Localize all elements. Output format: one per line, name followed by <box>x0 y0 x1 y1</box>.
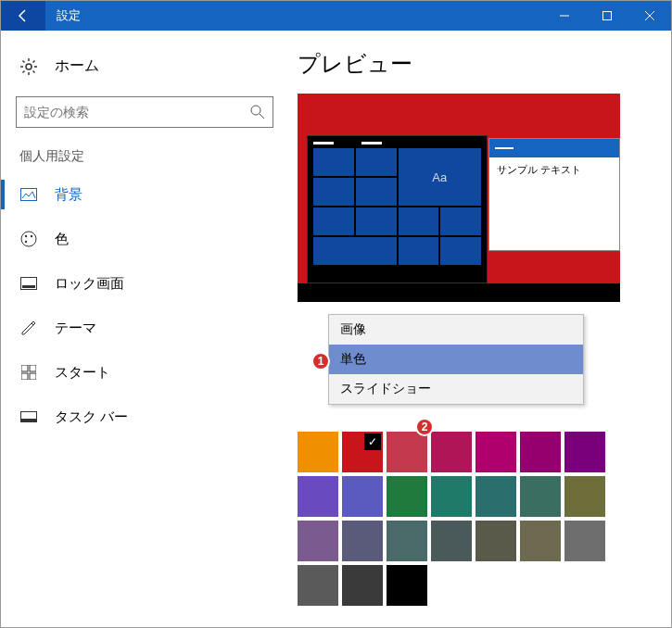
maximize-button[interactable] <box>586 1 628 31</box>
color-swatch[interactable] <box>431 432 472 472</box>
color-swatch[interactable] <box>298 476 338 517</box>
color-swatch[interactable]: ✓ <box>342 432 383 472</box>
svg-rect-14 <box>21 373 28 380</box>
dropdown-option[interactable]: 単色 <box>329 345 583 374</box>
close-icon <box>645 11 654 20</box>
nav-label: ロック画面 <box>55 275 124 293</box>
color-swatch[interactable] <box>387 432 427 472</box>
nav-item-start[interactable]: スタート <box>1 350 288 395</box>
preview-start-menu: Aa <box>307 135 488 283</box>
color-swatch[interactable] <box>298 565 338 606</box>
color-swatch[interactable] <box>431 521 472 561</box>
svg-rect-11 <box>22 285 35 288</box>
color-swatch[interactable] <box>298 432 338 472</box>
svg-rect-1 <box>603 12 612 20</box>
color-swatch[interactable] <box>431 476 472 517</box>
section-label: 個人用設定 <box>1 148 288 172</box>
dropdown-option[interactable]: 画像 <box>329 315 583 345</box>
start-icon <box>19 363 38 382</box>
nav-item-lockscreen[interactable]: ロック画面 <box>1 261 288 306</box>
close-button[interactable] <box>628 1 671 31</box>
sidebar: ホーム 個人用設定 背景 色 ロック画面 テーマ スタート タスク <box>1 31 288 627</box>
color-swatch[interactable] <box>387 476 427 517</box>
nav-item-colors[interactable]: 色 <box>1 217 288 261</box>
background-type-dropdown[interactable]: 画像単色スライドショー <box>328 314 584 405</box>
svg-rect-12 <box>21 365 28 371</box>
nav-item-background[interactable]: 背景 <box>1 172 288 217</box>
page-heading: プレビュー <box>298 49 656 79</box>
svg-rect-17 <box>21 419 36 421</box>
search-icon <box>250 105 265 119</box>
nav-item-taskbar[interactable]: タスク バー <box>1 395 288 439</box>
back-button[interactable] <box>1 1 45 31</box>
minimize-icon <box>560 11 569 20</box>
color-swatch[interactable] <box>342 476 383 517</box>
svg-rect-13 <box>30 365 36 371</box>
maximize-icon <box>602 11 612 20</box>
nav-label: スタート <box>55 364 110 382</box>
picture-icon <box>19 185 38 204</box>
sample-text: サンプル テキスト <box>489 157 619 182</box>
color-swatch-grid: ✓ <box>298 432 656 606</box>
color-swatch[interactable] <box>387 565 427 606</box>
taskbar-icon <box>19 408 38 426</box>
color-swatch[interactable] <box>520 432 561 472</box>
color-swatch[interactable] <box>475 521 516 561</box>
desktop-preview: Aa サンプル テキスト <box>298 94 620 302</box>
color-swatch[interactable] <box>298 521 338 561</box>
nav-label: テーマ <box>55 320 96 337</box>
preview-sample-window: サンプル テキスト <box>488 138 620 251</box>
color-swatch[interactable] <box>387 521 427 561</box>
palette-icon <box>19 230 38 248</box>
color-swatch[interactable] <box>564 521 605 561</box>
svg-point-6 <box>21 232 36 246</box>
titlebar: 設定 <box>1 1 671 31</box>
theme-icon <box>19 319 38 337</box>
preview-tile-aa: Aa <box>399 148 482 206</box>
color-swatch[interactable] <box>475 476 516 517</box>
window-title: 設定 <box>45 7 543 24</box>
color-swatch[interactable] <box>564 432 605 472</box>
home-label: ホーム <box>55 57 99 76</box>
svg-point-9 <box>25 241 27 243</box>
svg-line-4 <box>260 114 264 119</box>
color-swatch[interactable] <box>520 521 561 561</box>
home-button[interactable]: ホーム <box>1 49 288 83</box>
color-swatch[interactable] <box>342 565 383 606</box>
nav-label: 色 <box>55 231 69 248</box>
svg-point-2 <box>26 64 32 69</box>
svg-rect-5 <box>21 189 37 201</box>
check-icon: ✓ <box>364 433 381 450</box>
arrow-left-icon <box>16 8 31 23</box>
svg-rect-15 <box>30 373 36 380</box>
lockscreen-icon <box>19 274 38 293</box>
svg-point-7 <box>25 235 27 237</box>
annotation-badge-2: 2 <box>415 418 434 436</box>
window-controls <box>543 1 671 31</box>
search-box[interactable] <box>16 96 273 128</box>
nav-label: 背景 <box>55 186 82 204</box>
minimize-button[interactable] <box>543 1 586 31</box>
gear-icon <box>19 57 38 76</box>
annotation-badge-1: 1 <box>311 352 330 371</box>
color-swatch[interactable] <box>342 521 383 561</box>
nav-label: タスク バー <box>55 408 128 426</box>
svg-point-8 <box>31 235 32 237</box>
color-swatch[interactable] <box>564 476 605 517</box>
color-swatch[interactable] <box>520 476 561 517</box>
svg-point-3 <box>251 106 260 115</box>
nav-item-themes[interactable]: テーマ <box>1 306 288 350</box>
color-swatch[interactable] <box>475 432 516 472</box>
preview-taskbar <box>298 283 620 302</box>
dropdown-option[interactable]: スライドショー <box>329 374 583 404</box>
search-input[interactable] <box>24 105 250 119</box>
